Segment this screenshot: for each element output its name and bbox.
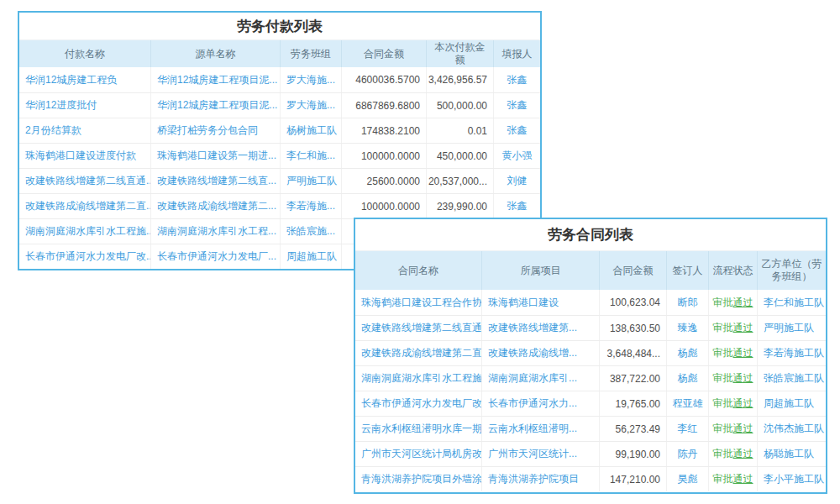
status-link[interactable]: 通过 — [733, 396, 753, 411]
payments-cell[interactable]: 2月份结算款 — [19, 118, 150, 143]
contracts-cell[interactable]: 臻逸 — [666, 316, 708, 340]
payments-cell: 25600.0000 — [341, 169, 426, 193]
contracts-cell[interactable]: 审批通过 — [708, 316, 757, 340]
status-text: 审批 — [713, 447, 733, 461]
contracts-cell[interactable]: 长春市伊通河水力... — [481, 391, 599, 416]
payments-cell[interactable]: 杨树施工队 — [280, 118, 341, 143]
contracts-cell: 387,722.00 — [599, 366, 666, 391]
payments-cell: 4600036.5700 — [341, 67, 426, 92]
payments-cell[interactable]: 长春市伊通河水力发电厂改... — [19, 244, 150, 269]
contracts-cell[interactable]: 广州市天河区统计... — [481, 442, 599, 466]
contracts-cell[interactable]: 珠海鹤港口建设工程合作协... — [355, 290, 481, 315]
payments-cell[interactable]: 华润12城房建工程负 — [19, 67, 150, 92]
payments-cell[interactable]: 张鑫 — [493, 93, 540, 118]
contracts-cell[interactable]: 李红 — [666, 417, 708, 441]
contracts-cell[interactable]: 青海洪湖养护院项目外墙涂... — [355, 467, 481, 491]
contracts-cell[interactable]: 张皓宸施工队 — [757, 366, 826, 391]
status-text: 审批 — [713, 371, 733, 386]
payments-cell[interactable]: 张鑫 — [493, 118, 540, 143]
payments-cell: 0.01 — [426, 118, 493, 143]
contracts-cell[interactable]: 昊彪 — [666, 467, 708, 491]
payments-cell[interactable]: 罗大海施... — [280, 67, 341, 92]
payments-cell[interactable]: 华润12城房建工程项目泥... — [150, 67, 280, 92]
contracts-cell[interactable]: 审批通过 — [708, 442, 757, 466]
payments-cell[interactable]: 李若海施... — [280, 194, 341, 218]
payments-cell[interactable]: 刘健 — [493, 169, 540, 193]
contracts-column-header: 签订人 — [666, 251, 708, 290]
status-link[interactable]: 通过 — [733, 472, 753, 486]
payments-cell[interactable]: 改建铁路成渝线增建第二直... — [19, 194, 150, 218]
contracts-column-header: 合同金额 — [599, 251, 666, 290]
contracts-cell[interactable]: 珠海鹤港口建设 — [481, 290, 599, 315]
payments-cell[interactable]: 改建铁路线增建第二线直通... — [19, 169, 150, 193]
contracts-cell[interactable]: 审批通过 — [708, 467, 757, 491]
payments-cell[interactable]: 李仁和施... — [280, 144, 341, 168]
payments-cell: 100000.0000 — [341, 194, 426, 218]
contracts-cell: 138,630.50 — [599, 316, 666, 340]
table-row: 华润12进度批付华润12城房建工程项目泥...罗大海施...6867869.68… — [19, 92, 540, 118]
payments-cell[interactable]: 张鑫 — [493, 194, 540, 218]
contracts-cell[interactable]: 周超施工队 — [757, 391, 826, 416]
contracts-cell[interactable]: 审批通过 — [708, 391, 757, 416]
contracts-cell: 100,623.04 — [599, 290, 666, 315]
contracts-cell[interactable]: 严明施工队 — [757, 316, 826, 340]
contracts-cell[interactable]: 长春市伊通河水力发电厂改... — [355, 391, 481, 416]
payments-cell[interactable]: 长春市伊通河水力发电厂... — [150, 244, 280, 269]
contracts-column-header: 流程状态 — [708, 251, 757, 290]
payments-cell[interactable]: 张皓宸施... — [280, 219, 341, 244]
contracts-cell[interactable]: 审批通过 — [708, 290, 757, 315]
contracts-cell[interactable]: 陈丹 — [666, 442, 708, 466]
contracts-cell[interactable]: 改建铁路线增建第二线直通... — [355, 316, 481, 340]
payments-cell[interactable]: 华润12进度批付 — [19, 93, 150, 118]
contracts-cell[interactable]: 广州市天河区统计局机房改... — [355, 442, 481, 466]
contracts-cell[interactable]: 杨彪 — [666, 341, 708, 365]
status-text: 审批 — [713, 296, 733, 310]
status-link[interactable]: 通过 — [733, 321, 753, 335]
contracts-cell[interactable]: 断郎 — [666, 290, 708, 315]
contract-list-title: 劳务合同列表 — [355, 219, 826, 251]
contracts-column-header: 合同名称 — [355, 251, 481, 290]
status-link[interactable]: 通过 — [733, 371, 753, 386]
contracts-cell[interactable]: 杨彪 — [666, 366, 708, 391]
contracts-cell[interactable]: 审批通过 — [708, 366, 757, 391]
contracts-cell[interactable]: 改建铁路成渝线增... — [481, 341, 599, 365]
contracts-cell[interactable]: 改建铁路成渝线增建第二直... — [355, 341, 481, 365]
table-row: 珠海鹤港口建设进度付款珠海鹤港口建设第一期进...李仁和施...100000.0… — [19, 143, 540, 168]
payments-cell[interactable]: 湖南洞庭湖水库引水工程施... — [19, 219, 150, 244]
contracts-cell[interactable]: 杨聪施工队 — [757, 442, 826, 466]
contracts-cell[interactable]: 审批通过 — [708, 341, 757, 365]
payments-cell[interactable]: 改建铁路线增建第二线直... — [150, 169, 280, 193]
contracts-cell[interactable]: 湖南洞庭湖水库引水工程施... — [355, 366, 481, 391]
status-link[interactable]: 通过 — [733, 422, 753, 436]
contracts-cell[interactable]: 李小平施工队 — [757, 467, 826, 491]
contracts-cell: 99,190.00 — [599, 442, 666, 466]
status-text: 审批 — [713, 422, 733, 436]
payments-cell[interactable]: 珠海鹤港口建设进度付款 — [19, 144, 150, 168]
contracts-cell[interactable]: 改建铁路线增建第... — [481, 316, 599, 340]
payments-cell[interactable]: 华润12城房建工程项目泥... — [150, 93, 280, 118]
payments-column-header: 本次付款金额 — [426, 40, 493, 67]
payments-header-row: 付款名称源单名称劳务班组合同金额本次付款金额填报人 — [19, 40, 540, 67]
payments-cell[interactable]: 严明施工队 — [280, 169, 341, 193]
contracts-cell[interactable]: 李仁和施工队 — [757, 290, 826, 315]
payments-cell[interactable]: 珠海鹤港口建设第一期进... — [150, 144, 280, 168]
status-link[interactable]: 通过 — [733, 296, 753, 310]
contracts-cell[interactable]: 湖南洞庭湖水库引... — [481, 366, 599, 391]
payments-cell[interactable]: 周超施工队 — [280, 244, 341, 269]
contracts-cell[interactable]: 青海洪湖养护院项目 — [481, 467, 599, 491]
status-link[interactable]: 通过 — [733, 346, 753, 360]
payments-cell[interactable]: 改建铁路成渝线增建第二... — [150, 194, 280, 218]
contracts-cell[interactable]: 李若海施工队 — [757, 341, 826, 365]
payments-cell[interactable]: 桥梁打桩劳务分包合同 — [150, 118, 280, 143]
contracts-cell[interactable]: 程亚雄 — [666, 391, 708, 416]
payments-cell[interactable]: 罗大海施... — [280, 93, 341, 118]
contracts-cell[interactable]: 沈伟杰施工队 — [757, 417, 826, 441]
status-link[interactable]: 通过 — [733, 447, 753, 461]
contracts-cell[interactable]: 云南水利枢纽潜明... — [481, 417, 599, 441]
contracts-cell[interactable]: 云南水利枢纽潜明水库一期... — [355, 417, 481, 441]
payments-cell[interactable]: 湖南洞庭湖水库引水工程... — [150, 219, 280, 244]
payments-cell: 100000.0000 — [341, 144, 426, 168]
payments-cell[interactable]: 黄小强 — [493, 144, 540, 168]
contracts-cell[interactable]: 审批通过 — [708, 417, 757, 441]
payments-cell[interactable]: 张鑫 — [493, 67, 540, 92]
